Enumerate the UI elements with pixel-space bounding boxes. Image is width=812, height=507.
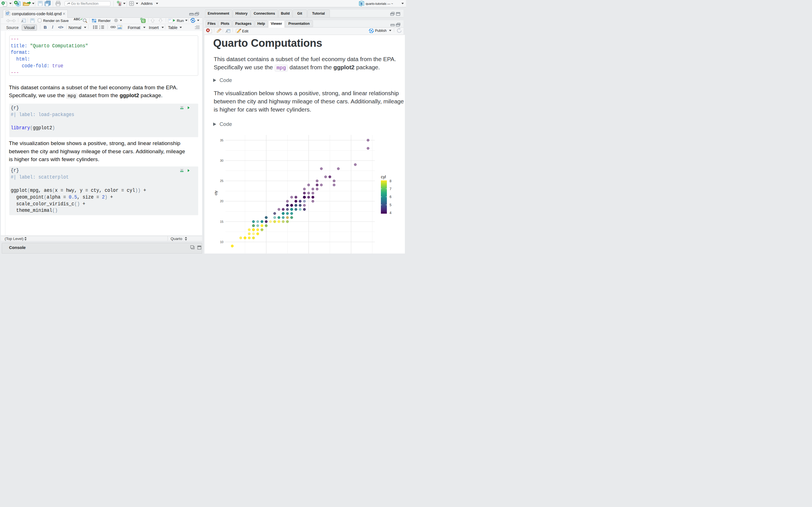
- svg-text:4: 4: [390, 211, 392, 215]
- svg-text:35: 35: [220, 138, 223, 142]
- svg-text:8: 8: [390, 179, 392, 183]
- svg-text:G: G: [119, 4, 121, 6]
- svg-text:2: 2: [99, 27, 100, 29]
- svg-text:15: 15: [220, 220, 223, 223]
- svg-text:30: 30: [220, 159, 223, 162]
- svg-text:C: C: [142, 19, 145, 22]
- svg-text:5: 5: [390, 203, 392, 207]
- svg-text:cty: cty: [214, 190, 218, 195]
- svg-text:10: 10: [220, 240, 223, 244]
- svg-text:cyl: cyl: [381, 175, 386, 179]
- svg-text:7: 7: [390, 187, 392, 191]
- svg-text:R: R: [361, 2, 363, 5]
- svg-text:25: 25: [220, 179, 223, 182]
- svg-text:20: 20: [220, 200, 223, 203]
- svg-text:6: 6: [390, 195, 392, 199]
- svg-text:1: 1: [99, 25, 100, 27]
